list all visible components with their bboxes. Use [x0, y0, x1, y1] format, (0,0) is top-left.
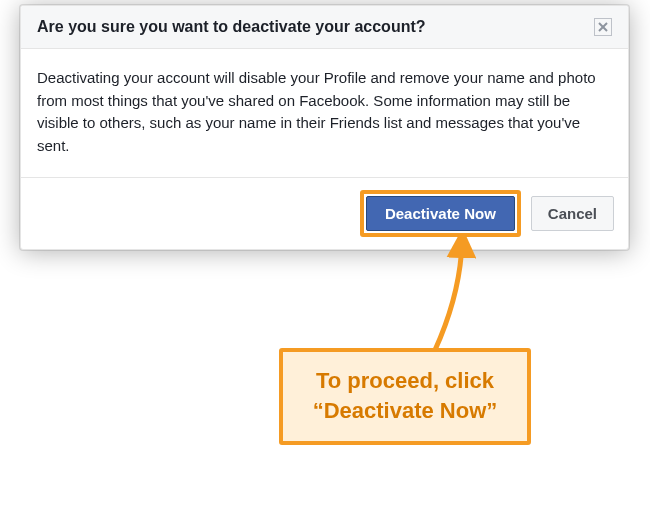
annotation-callout-text: To proceed, click “Deactivate Now” — [283, 352, 527, 441]
deactivate-now-button[interactable]: Deactivate Now — [366, 196, 515, 231]
x-icon — [598, 22, 608, 32]
close-icon[interactable] — [594, 18, 612, 36]
annotation-callout: To proceed, click “Deactivate Now” — [279, 348, 531, 445]
annotation-arrow — [430, 235, 490, 355]
confirm-deactivate-dialog: Are you sure you want to deactivate your… — [20, 5, 629, 250]
cancel-button[interactable]: Cancel — [531, 196, 614, 231]
dialog-body: Deactivating your account will disable y… — [21, 49, 628, 177]
dialog-header: Are you sure you want to deactivate your… — [21, 6, 628, 49]
dialog-title: Are you sure you want to deactivate your… — [37, 18, 426, 36]
dialog-footer: Deactivate Now Cancel — [21, 177, 628, 249]
deactivate-highlight: Deactivate Now — [360, 190, 521, 237]
